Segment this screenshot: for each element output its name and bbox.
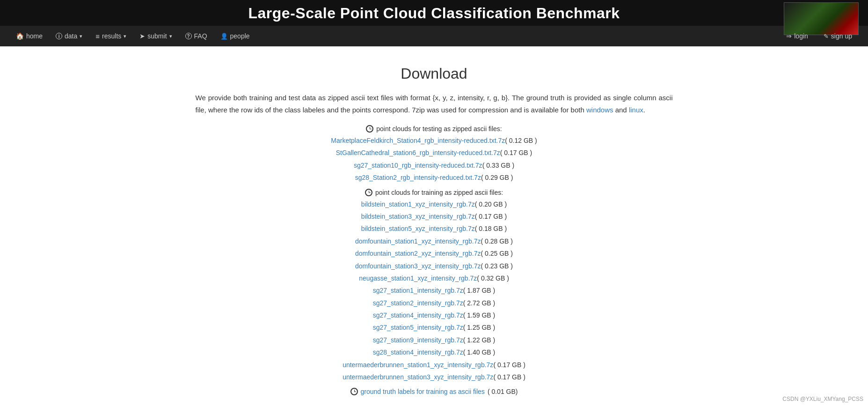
train-file-row: domfountain_station3_xyz_intensity_rgb.7… bbox=[196, 261, 673, 271]
nav-label-home: home bbox=[26, 32, 43, 40]
train-file-link[interactable]: sg27_station9_intensity_rgb.7z bbox=[373, 336, 463, 344]
train-file-row: sg27_station1_intensity_rgb.7z( 1.87 GB … bbox=[196, 285, 673, 296]
train-file-size: ( 1.59 GB ) bbox=[463, 311, 495, 319]
nav-label-people: people bbox=[230, 32, 250, 40]
test-file-row: StGallenCathedral_station6_rgb_intensity… bbox=[196, 148, 673, 158]
test-file-link[interactable]: MarketplaceFeldkirch_Station4_rgb_intens… bbox=[331, 137, 505, 144]
train-file-size: ( 1.40 GB ) bbox=[463, 348, 495, 356]
train-file-link[interactable]: untermaederbrunnen_station1_xyz_intensit… bbox=[343, 361, 493, 369]
nav-item-signup[interactable]: ✎ sign up bbox=[817, 28, 859, 44]
nav-label-faq: FAQ bbox=[194, 32, 207, 40]
train-file-size: ( 1.22 GB ) bbox=[463, 336, 495, 344]
nav-label-data: data bbox=[65, 32, 77, 40]
main-content: Download We provide both training and te… bbox=[177, 46, 692, 407]
train-section: point clouds for training as zipped asci… bbox=[196, 189, 673, 383]
ground-truth-link[interactable]: ground truth labels for training as asci… bbox=[361, 388, 485, 395]
nav-item-submit[interactable]: ➤ submit bbox=[133, 28, 178, 44]
train-file-row: bildstein_station3_xyz_intensity_rgb.7z(… bbox=[196, 211, 673, 222]
submit-icon: ➤ bbox=[139, 32, 145, 40]
test-file-size: ( 0.12 GB ) bbox=[505, 137, 537, 144]
train-file-link[interactable]: untermaederbrunnen_station3_xyz_intensit… bbox=[343, 373, 493, 381]
and-text: and bbox=[615, 106, 629, 114]
test-file-size: ( 0.17 GB ) bbox=[500, 149, 532, 156]
train-file-row: sg27_station5_intensity_rgb.7z( 1.25 GB … bbox=[196, 322, 673, 333]
train-file-link[interactable]: sg27_station1_intensity_rgb.7z bbox=[373, 287, 463, 294]
train-file-row: sg27_station2_intensity_rgb.7z( 2.72 GB … bbox=[196, 298, 673, 308]
ground-truth-header: ground truth labels for training as asci… bbox=[196, 388, 673, 395]
period: . bbox=[643, 106, 645, 114]
ground-truth-size: ( 0.01 GB) bbox=[488, 388, 518, 395]
train-file-row: untermaederbrunnen_station1_xyz_intensit… bbox=[196, 360, 673, 370]
train-file-link[interactable]: bildstein_station3_xyz_intensity_rgb.7z bbox=[361, 213, 475, 220]
train-file-link[interactable]: sg27_station5_intensity_rgb.7z bbox=[373, 324, 463, 331]
nav-label-results: results bbox=[102, 32, 121, 40]
train-file-size: ( 0.17 GB ) bbox=[493, 361, 525, 369]
ground-truth-section: ground truth labels for training as asci… bbox=[196, 388, 673, 395]
train-file-list: bildstein_station1_xyz_intensity_rgb.7z(… bbox=[196, 199, 673, 383]
test-file-link[interactable]: sg27_station10_rgb_intensity-reduced.txt… bbox=[354, 162, 482, 169]
nav-item-people[interactable]: 👤 people bbox=[214, 28, 256, 44]
train-file-link[interactable]: domfountain_station3_xyz_intensity_rgb.7… bbox=[355, 262, 481, 270]
nav-label-login: login bbox=[794, 32, 808, 40]
list-icon: ≡ bbox=[95, 32, 100, 40]
person-icon: 👤 bbox=[220, 33, 228, 40]
page-title: Download bbox=[196, 65, 673, 82]
train-file-link[interactable]: domfountain_station1_xyz_intensity_rgb.7… bbox=[355, 237, 481, 245]
nav-label-signup: sign up bbox=[831, 32, 852, 40]
clock-icon-gt bbox=[350, 388, 358, 395]
login-icon: ⇒ bbox=[786, 32, 792, 40]
navbar-right: ⇒ login ✎ sign up bbox=[780, 28, 859, 44]
train-file-link[interactable]: bildstein_station1_xyz_intensity_rgb.7z bbox=[361, 200, 475, 208]
test-file-link[interactable]: sg28_Station2_rgb_intensity-reduced.txt.… bbox=[355, 174, 481, 181]
train-file-row: sg27_station9_intensity_rgb.7z( 1.22 GB … bbox=[196, 335, 673, 345]
navbar: 🏠 home i data ≡ results ➤ submit ? FAQ 👤… bbox=[0, 26, 868, 46]
navbar-left: 🏠 home i data ≡ results ➤ submit ? FAQ 👤… bbox=[9, 28, 780, 45]
train-file-size: ( 0.20 GB ) bbox=[475, 200, 507, 208]
train-section-header: point clouds for training as zipped asci… bbox=[196, 189, 673, 196]
train-file-row: untermaederbrunnen_station3_xyz_intensit… bbox=[196, 372, 673, 382]
train-file-link[interactable]: bildstein_station5_xyz_intensity_rgb.7z bbox=[361, 225, 475, 232]
train-file-row: bildstein_station5_xyz_intensity_rgb.7z(… bbox=[196, 223, 673, 234]
train-file-size: ( 0.17 GB ) bbox=[475, 213, 507, 220]
linux-link[interactable]: linux bbox=[629, 106, 643, 114]
train-file-size: ( 0.23 GB ) bbox=[481, 262, 513, 270]
windows-link[interactable]: windows bbox=[586, 106, 613, 114]
description-text: We provide both training and test data a… bbox=[196, 92, 673, 116]
watermark: CSDN @YXLiu_XMYang_PCSS bbox=[782, 396, 863, 402]
test-file-size: ( 0.29 GB ) bbox=[481, 174, 513, 181]
train-file-link[interactable]: sg28_station4_intensity_rgb.7z bbox=[373, 348, 463, 356]
info-circle-icon: i bbox=[56, 33, 62, 39]
home-icon: 🏠 bbox=[16, 32, 24, 40]
test-file-row: MarketplaceFeldkirch_Station4_rgb_intens… bbox=[196, 135, 673, 146]
train-file-row: sg27_station4_intensity_rgb.7z( 1.59 GB … bbox=[196, 310, 673, 320]
train-file-size: ( 0.18 GB ) bbox=[475, 225, 507, 232]
train-file-size: ( 0.25 GB ) bbox=[481, 250, 513, 257]
train-file-size: ( 0.28 GB ) bbox=[481, 237, 513, 245]
train-file-row: domfountain_station2_xyz_intensity_rgb.7… bbox=[196, 248, 673, 259]
train-file-size: ( 2.72 GB ) bbox=[463, 299, 495, 307]
train-file-size: ( 1.25 GB ) bbox=[463, 324, 495, 331]
test-file-row: sg27_station10_rgb_intensity-reduced.txt… bbox=[196, 160, 673, 170]
watermark-text: CSDN @YXLiu_XMYang_PCSS bbox=[782, 396, 863, 402]
train-file-size: ( 0.32 GB ) bbox=[477, 274, 509, 282]
nav-item-data[interactable]: i data bbox=[49, 28, 89, 44]
nav-item-home[interactable]: 🏠 home bbox=[9, 28, 49, 44]
train-file-link[interactable]: domfountain_station2_xyz_intensity_rgb.7… bbox=[355, 250, 481, 257]
nav-item-login[interactable]: ⇒ login bbox=[780, 28, 815, 44]
train-file-size: ( 0.17 GB ) bbox=[493, 373, 525, 381]
train-file-row: domfountain_station1_xyz_intensity_rgb.7… bbox=[196, 236, 673, 246]
train-file-link[interactable]: neugasse_station1_xyz_intensity_rgb.7z bbox=[359, 274, 477, 282]
test-section: point clouds for testing as zipped ascii… bbox=[196, 125, 673, 183]
nav-item-results[interactable]: ≡ results bbox=[89, 28, 133, 45]
train-section-label: point clouds for training as zipped asci… bbox=[375, 189, 503, 196]
test-file-row: sg28_Station2_rgb_intensity-reduced.txt.… bbox=[196, 172, 673, 183]
nav-item-faq[interactable]: ? FAQ bbox=[179, 28, 214, 44]
test-file-link[interactable]: StGallenCathedral_station6_rgb_intensity… bbox=[336, 149, 500, 156]
train-file-link[interactable]: sg27_station2_intensity_rgb.7z bbox=[373, 299, 463, 307]
site-title: Large-Scale Point Cloud Classification B… bbox=[248, 5, 620, 22]
train-file-row: bildstein_station1_xyz_intensity_rgb.7z(… bbox=[196, 199, 673, 209]
train-file-link[interactable]: sg27_station4_intensity_rgb.7z bbox=[373, 311, 463, 319]
test-file-size: ( 0.33 GB ) bbox=[482, 162, 514, 169]
train-file-size: ( 1.87 GB ) bbox=[463, 287, 495, 294]
clock-icon-test bbox=[366, 125, 373, 133]
